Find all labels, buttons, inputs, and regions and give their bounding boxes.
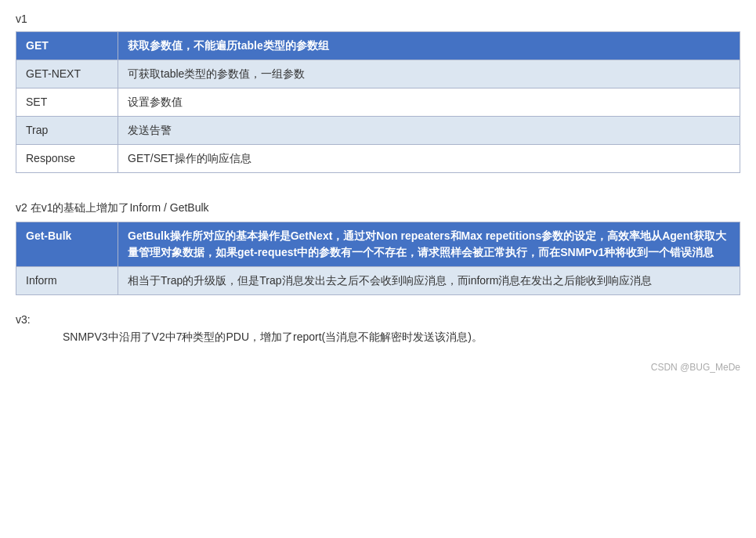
table-row: ResponseGET/SET操作的响应信息 <box>16 145 740 173</box>
v1-title: v1 <box>16 13 740 25</box>
table-row: GET-NEXT可获取table类型的参数值，一组参数 <box>16 60 740 88</box>
table-row: SET设置参数值 <box>16 88 740 117</box>
row-value: 相当于Trap的升级版，但是Trap消息发出去之后不会收到响应消息，而infor… <box>118 267 740 295</box>
row-key: GET-NEXT <box>16 60 118 88</box>
row-key: Response <box>16 145 118 173</box>
row-key: Inform <box>16 267 118 295</box>
table-row: Inform相当于Trap的升级版，但是Trap消息发出去之后不会收到响应消息，… <box>16 267 740 295</box>
row-key: Trap <box>16 117 118 145</box>
row-value: 可获取table类型的参数值，一组参数 <box>118 60 740 88</box>
row-value: 获取参数值，不能遍历table类型的参数组 <box>118 32 740 60</box>
v3-title: v3: <box>16 311 740 328</box>
row-key: GET <box>16 32 118 60</box>
table-row: GET获取参数值，不能遍历table类型的参数组 <box>16 32 740 60</box>
v2-title: v2 在v1的基础上增加了Inform / GetBulk <box>16 201 740 215</box>
row-key: Get-Bulk <box>16 222 118 267</box>
row-value: 发送告警 <box>118 117 740 145</box>
v1-table: GET获取参数值，不能遍历table类型的参数组GET-NEXT可获取table… <box>16 31 740 173</box>
row-value: GET/SET操作的响应信息 <box>118 145 740 173</box>
table-row: Get-BulkGetBulk操作所对应的基本操作是GetNext，通过对Non… <box>16 222 740 267</box>
v2-table: Get-BulkGetBulk操作所对应的基本操作是GetNext，通过对Non… <box>16 222 740 295</box>
row-value: 设置参数值 <box>118 88 740 117</box>
watermark: CSDN @BUG_MeDe <box>16 362 740 373</box>
v3-section: v3: SNMPV3中沿用了V2中7种类型的PDU，增加了report(当消息不… <box>16 311 740 346</box>
v3-text: SNMPV3中沿用了V2中7种类型的PDU，增加了report(当消息不能解密时… <box>63 328 740 345</box>
row-value: GetBulk操作所对应的基本操作是GetNext，通过对Non repeate… <box>118 222 740 267</box>
row-key: SET <box>16 88 118 117</box>
table-row: Trap发送告警 <box>16 117 740 145</box>
